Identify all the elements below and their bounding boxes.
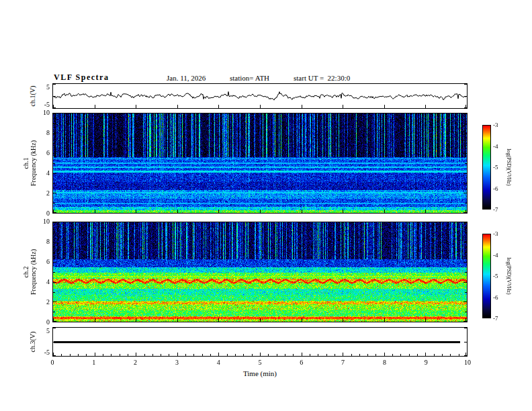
x-tick-label: 10 <box>461 359 474 366</box>
x-tick-mark <box>384 105 385 108</box>
y-tick-mark <box>53 212 56 213</box>
y-tick-label: -5 <box>35 101 50 108</box>
colorbar-ch1 <box>482 125 491 210</box>
x-minor-tick-mark <box>243 354 244 356</box>
y-tick-mark <box>464 355 467 356</box>
x-minor-tick-mark <box>111 354 112 356</box>
x-axis-title: Time (min) <box>52 369 468 377</box>
x-tick-mark <box>177 318 178 322</box>
x-tick-label: 6 <box>295 359 308 366</box>
x-minor-tick-mark <box>252 354 253 356</box>
y-tick-mark <box>463 134 467 134</box>
colorbar-tick-label: -3 <box>493 230 506 237</box>
y-tick-mark <box>53 242 56 243</box>
y-tick-mark <box>53 272 55 273</box>
x-minor-tick-mark <box>128 354 128 356</box>
y-tick-label: 5 <box>35 83 50 91</box>
y-tick-mark <box>53 143 55 144</box>
x-minor-tick-mark <box>310 354 310 356</box>
x-minor-tick-mark <box>326 354 327 356</box>
x-tick-mark <box>302 318 302 322</box>
y-tick-mark <box>53 302 56 302</box>
y-tick-mark <box>463 321 467 322</box>
x-tick-mark <box>343 318 343 322</box>
y-tick-mark <box>53 252 55 253</box>
y-tick-mark <box>53 183 55 184</box>
y-tick-label: 2 <box>35 189 50 197</box>
x-tick-mark <box>260 210 261 213</box>
y-tick-mark <box>463 173 467 174</box>
y-tick-mark <box>465 292 467 293</box>
x-minor-tick-mark <box>409 354 410 356</box>
y-tick-mark <box>53 203 55 203</box>
x-tick-mark <box>384 318 385 322</box>
y-tick-mark <box>53 282 56 283</box>
x-tick-label: 7 <box>337 359 350 366</box>
x-minor-tick-mark <box>227 354 228 356</box>
y-tick-mark <box>53 153 56 154</box>
y-tick-label: 8 <box>35 129 50 136</box>
y-tick-mark <box>53 262 56 263</box>
x-tick-mark <box>136 318 136 322</box>
y-tick-mark <box>465 272 467 273</box>
colorbar-tick-label: -4 <box>493 252 506 259</box>
colorbar-ch2 <box>482 234 491 318</box>
x-tick-mark <box>136 210 136 213</box>
colorbar-ch2-gradient <box>483 234 490 318</box>
x-tick-mark <box>343 105 343 108</box>
x-tick-mark <box>260 318 261 322</box>
y-tick-mark <box>465 203 467 203</box>
y-tick-label: 6 <box>35 149 50 156</box>
y-tick-mark <box>463 282 467 283</box>
x-minor-tick-mark <box>434 354 435 356</box>
ch2-spectrogram-panel <box>52 222 468 322</box>
x-minor-tick-mark <box>144 354 145 356</box>
y-tick-mark <box>53 292 55 293</box>
x-minor-tick-mark <box>210 354 211 356</box>
x-tick-mark <box>425 210 426 213</box>
y-tick-mark <box>463 113 467 114</box>
y-tick-mark <box>464 328 467 328</box>
ch2-spec-ylabel-line2: Frequency (kHz) <box>30 249 37 295</box>
x-tick-mark <box>302 210 302 213</box>
x-minor-tick-mark <box>235 354 236 356</box>
y-tick-label: 10 <box>35 109 50 116</box>
x-tick-mark <box>95 210 95 213</box>
x-tick-label: 9 <box>419 359 433 366</box>
y-tick-mark <box>463 222 467 223</box>
colorbar-tick-label: -7 <box>493 315 506 322</box>
x-tick-mark <box>218 353 219 356</box>
x-minor-tick-mark <box>318 354 318 356</box>
x-tick-mark <box>177 210 178 213</box>
y-tick-mark <box>53 321 56 322</box>
x-tick-label: 2 <box>129 359 142 366</box>
x-tick-label: 0 <box>46 359 59 366</box>
figure-title: VLF Spectra <box>54 73 109 83</box>
y-tick-mark <box>463 302 467 302</box>
y-tick-mark <box>53 355 56 356</box>
x-tick-mark <box>177 105 178 108</box>
x-tick-mark <box>260 353 261 356</box>
x-tick-mark <box>384 353 385 356</box>
x-minor-tick-mark <box>450 354 451 356</box>
x-minor-tick-mark <box>459 354 459 356</box>
ch1-spec-ylabel-line2: Frequency (kHz) <box>30 140 37 186</box>
x-tick-mark <box>343 210 343 213</box>
y-tick-mark <box>465 312 467 312</box>
y-tick-mark <box>53 124 55 124</box>
y-tick-mark <box>53 107 56 108</box>
ch2-spectrogram-image <box>53 222 467 322</box>
colorbar-tick-label: -6 <box>493 294 506 301</box>
x-tick-mark <box>425 318 426 322</box>
y-tick-mark <box>53 134 56 134</box>
colorbar-tick-label: -5 <box>493 273 506 279</box>
y-tick-label: 0 <box>35 210 50 217</box>
y-tick-mark <box>465 232 467 233</box>
x-minor-tick-mark <box>161 354 161 356</box>
colorbar-tick-label: -5 <box>493 164 506 171</box>
x-tick-mark <box>425 105 426 108</box>
y-tick-mark <box>464 84 467 85</box>
x-tick-label: 5 <box>253 359 267 366</box>
x-tick-mark <box>218 210 219 213</box>
y-tick-mark <box>53 96 56 97</box>
